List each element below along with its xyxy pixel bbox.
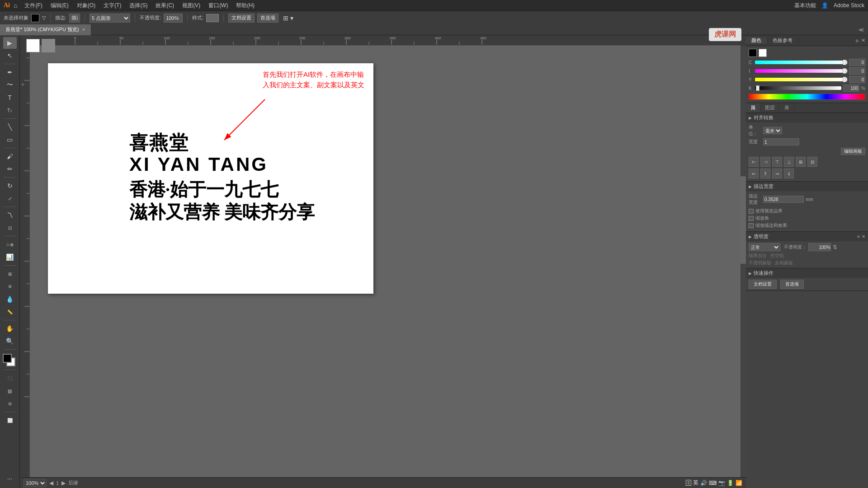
property-tab[interactable]: 属 [746,103,760,113]
stroke-width-input[interactable] [763,196,804,203]
menu-help[interactable]: 帮助(H) [232,1,258,10]
measure-tool[interactable]: 📏 [3,306,17,318]
eyedropper-tool[interactable]: 💧 [3,293,17,305]
zoom-select[interactable]: 100% 50% 200% [24,479,47,487]
pencil-tool[interactable]: ✏ [3,163,17,175]
color-mode-icon[interactable]: ⬛ [3,372,17,384]
pen-tool[interactable]: ✒ [3,66,17,78]
screen-mode-icon[interactable]: ⬜ [3,414,17,426]
transform-header[interactable]: ▶ 对齐转换 [746,113,868,122]
bg-color-swatch[interactable] [759,49,767,57]
preferences-button[interactable]: 首选项 [257,14,278,23]
menu-text[interactable]: 文字(T) [100,1,125,10]
panel-menu-icon[interactable]: ≡ [856,38,861,43]
fill-swatch[interactable] [31,14,39,22]
menu-effect[interactable]: 效果(C) [152,1,178,10]
align-left-icon[interactable]: ⊢ [749,157,759,167]
white-swatch-preview[interactable] [26,39,40,52]
c-value[interactable] [849,59,865,66]
opacity-stepper-icon[interactable]: ⇅ [833,244,837,250]
dist-h2-icon[interactable]: ⇒ [772,169,782,178]
menu-edit[interactable]: 编辑(E) [47,1,72,10]
scale-corners-checkbox[interactable] [749,216,754,221]
user-icon[interactable]: 👤 [821,2,828,9]
transparency-header[interactable]: ▶ 透明度 ≡ ✕ [746,232,868,241]
more-tools-icon[interactable]: ··· [3,473,17,484]
gray-swatch-preview[interactable] [42,39,55,52]
hand-tool[interactable]: ✋ [3,323,17,334]
k-slider-thumb[interactable] [756,85,760,91]
y-slider[interactable] [755,78,847,81]
zoom-tool[interactable]: 🔍 [3,335,17,347]
c-slider[interactable] [755,61,847,64]
selection-tool[interactable]: ▶ [3,37,17,49]
m-slider[interactable] [755,69,847,73]
adobe-stock-link[interactable]: Adobe Stock [834,2,864,9]
color-tab[interactable]: 颜色 [746,37,767,44]
symbol-tool[interactable]: ☆⊕ [3,239,17,250]
dist-v2-icon[interactable]: ⇓ [784,169,794,178]
vertical-scrollbar[interactable] [741,45,746,483]
align-right-icon[interactable]: ⊤ [772,157,782,167]
slice-tool[interactable]: ⧉ [3,281,17,292]
panel-close-icon[interactable]: ✕ [861,38,868,43]
rotate-tool[interactable]: ↻ [3,180,17,192]
layers-tab[interactable]: 图层 [760,103,780,113]
menu-object[interactable]: 对象(O) [73,1,99,10]
panel-collapse-icon[interactable]: ≪ [859,27,868,33]
gradient-icon[interactable]: ▨ [3,385,17,397]
menu-file[interactable]: 文件(F) [21,1,46,10]
nav-prev[interactable]: ◀ [49,480,53,486]
align-center-v-icon[interactable]: ⊞ [796,157,806,167]
warp-tool[interactable]: 〽 [3,209,17,221]
opacity-input-trans[interactable] [808,243,831,251]
libraries-tab[interactable]: 库 [780,103,794,113]
extra-icon[interactable]: ⊞ ▾ [283,14,293,22]
workspace-label[interactable]: 基本功能 [794,2,816,9]
unit-select[interactable]: 毫米 [763,127,782,134]
trans-close-icon[interactable]: ✕ [862,234,865,239]
type-tool[interactable]: T [3,92,17,103]
preferences-quick-button[interactable]: 首选项 [780,280,804,289]
y-value[interactable] [849,76,865,83]
align-bottom-icon[interactable]: ⊟ [807,157,817,167]
fg-color-swatch[interactable] [749,49,757,57]
document-tab[interactable]: 喜燕堂* 100% (CMYK/GPU 预览) ✕ [0,24,91,35]
scale-effects-checkbox[interactable] [749,223,754,228]
free-transform-tool[interactable]: ⊡ [3,222,17,234]
m-value[interactable] [849,67,865,75]
y-slider-thumb[interactable] [843,77,846,82]
k-slider[interactable] [755,86,841,90]
direct-selection-tool[interactable]: ↖ [3,50,17,61]
scale-tool[interactable]: ⤢ [3,192,17,204]
menu-view[interactable]: 视图(V) [179,1,204,10]
width-input[interactable] [763,138,799,145]
edit-artboard-button[interactable]: 编辑画板 [841,148,865,155]
stroke-input[interactable] [69,14,80,23]
v-scrollbar-thumb[interactable] [741,176,746,264]
swatch-reference-tab[interactable]: 色板参考 [767,37,798,44]
line-tool[interactable]: ╲ [3,121,17,133]
home-icon[interactable]: ⌂ [14,2,17,9]
style-swatch[interactable] [206,14,219,22]
none-icon[interactable]: ⊘ [3,398,17,409]
color-swatches[interactable] [3,354,17,367]
brush-select[interactable]: 5 点圆形 [90,14,130,23]
m-slider-thumb[interactable] [843,68,846,74]
touch-type-tool[interactable]: T↕ [3,104,17,116]
foreground-color-swatch[interactable] [3,354,12,363]
opacity-input[interactable] [164,14,183,23]
quick-actions-header[interactable]: ▶ 快速操作 [746,268,868,278]
color-spectrum-bar[interactable] [749,94,865,100]
menu-select[interactable]: 选择(S) [126,1,151,10]
trans-menu-icon[interactable]: ≡ [857,234,860,239]
graph-tool[interactable]: 📊 [3,251,17,263]
k-value[interactable] [843,84,859,92]
menu-window[interactable]: 窗口(W) [205,1,231,10]
artboard-tool[interactable]: ⊞ [3,268,17,280]
doc-setup-button[interactable]: 文档设置 [228,14,255,23]
preview-bounds-checkbox[interactable] [749,209,754,214]
nav-next[interactable]: ▶ [61,480,66,486]
rectangle-tool[interactable]: ▭ [3,134,17,145]
tab-close-icon[interactable]: ✕ [82,27,85,32]
